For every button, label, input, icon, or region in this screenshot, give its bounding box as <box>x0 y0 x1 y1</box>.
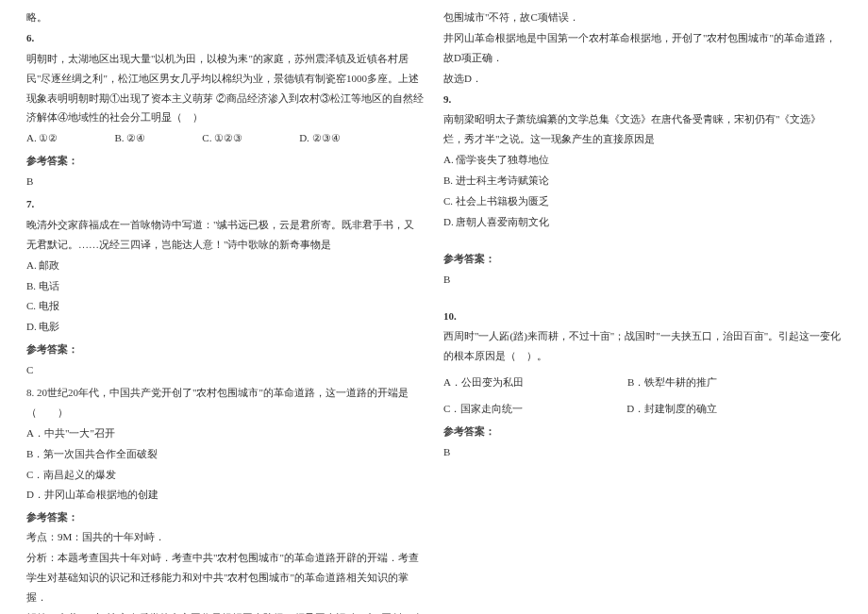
note-text: 略。 <box>26 8 425 27</box>
q10-answer: B <box>443 442 842 462</box>
q10-opt-a: A．公田变为私田 <box>443 373 524 392</box>
q8-answer-label: 参考答案： <box>26 507 425 527</box>
q8-cont-2: 井冈山革命根据地是中国第一个农村革命根据地，开创了"农村包围城市"的革命道路，故… <box>443 28 842 68</box>
q8-opt-a: A．中共"一大"召开 <box>26 423 425 443</box>
q8-exam-point: 考点：9M：国共的十年对峙． <box>26 527 425 547</box>
q7-answer: C <box>26 360 425 380</box>
q10-number: 10. <box>443 307 842 326</box>
q8-cont-1: 包围城市"不符，故C项错误． <box>443 8 842 27</box>
q7-opt-d: D. 电影 <box>26 317 425 337</box>
q9-opt-d: D. 唐朝人喜爱南朝文化 <box>443 212 842 232</box>
q6-opt-d: D. ②③④ <box>299 128 340 148</box>
q10-answer-label: 参考答案： <box>443 422 842 441</box>
q8-explain-1: 解答：中共"一大"决定今后党的中心工作是组织工人阶级，领导工人运动，与"开创了农… <box>26 608 425 614</box>
q9-answer: B <box>443 270 842 290</box>
q10-row2: C．国家走向统一 D．封建制度的确立 <box>443 399 842 419</box>
left-column: 略。 6. 明朝时，太湖地区出现大量"以机为田，以梭为耒"的家庭，苏州震泽镇及近… <box>17 8 434 606</box>
q6-opt-b: B. ②④ <box>114 128 145 148</box>
q7-text: 晚清外交家薛福成在一首咏物诗中写道："缄书远已极，云是君所寄。既非君手书，又无君… <box>26 215 425 255</box>
q10-opt-b: B．铁犁牛耕的推广 <box>627 373 717 392</box>
q9-answer-label: 参考答案： <box>443 249 842 269</box>
q9-number: 9. <box>443 90 842 109</box>
q8-cont-3: 故选D． <box>443 69 842 89</box>
q6-number: 6. <box>26 28 425 48</box>
q7-opt-a: A. 邮政 <box>26 256 425 275</box>
q8-analysis: 分析：本题考查国共十年对峙．考查中共"农村包围城市"的革命道路开辟的开端．考查学… <box>26 548 425 607</box>
q6-answer-label: 参考答案： <box>26 151 425 171</box>
q10-row1: A．公田变为私田 B．铁犁牛耕的推广 <box>443 373 842 392</box>
q9-text: 南朝梁昭明太子萧统编纂的文学总集《文选》在唐代备受青睐，宋初仍有"《文选》烂，秀… <box>443 109 842 149</box>
q7-answer-label: 参考答案： <box>26 340 425 359</box>
q6-answer: B <box>26 172 425 191</box>
q10-text: 西周时"一人跖(踏)来而耕，不过十亩"；战国时"一夫挟五口，治田百亩"。引起这一… <box>443 326 842 366</box>
q8-opt-c: C．南昌起义的爆发 <box>26 465 425 485</box>
q8-text: 8. 20世纪20年代，中国共产党开创了"农村包围城市"的革命道路，这一道路的开… <box>26 383 425 423</box>
q7-opt-b: B. 电话 <box>26 276 425 296</box>
q7-opt-c: C. 电报 <box>26 296 425 316</box>
q6-opt-c: C. ①②③ <box>202 128 242 148</box>
q7-number: 7. <box>26 194 425 214</box>
q6-opt-a: A. ①② <box>26 128 58 148</box>
q8-opt-d: D．井冈山革命根据地的创建 <box>26 485 425 505</box>
q8-opt-b: B．第一次国共合作全面破裂 <box>26 444 425 464</box>
q6-text: 明朝时，太湖地区出现大量"以机为田，以梭为耒"的家庭，苏州震泽镇及近镇各村居民"… <box>26 49 425 128</box>
q10-opt-d: D．封建制度的确立 <box>626 399 717 419</box>
q9-opt-c: C. 社会上书籍极为匮乏 <box>443 191 842 211</box>
right-column: 包围城市"不符，故C项错误． 井冈山革命根据地是中国第一个农村革命根据地，开创了… <box>434 8 851 606</box>
q6-options: A. ①② B. ②④ C. ①②③ D. ②③④ <box>26 128 425 148</box>
q10-opt-c: C．国家走向统一 <box>443 399 523 419</box>
q9-opt-b: B. 进士科主考诗赋策论 <box>443 171 842 191</box>
q9-opt-a: A. 儒学丧失了独尊地位 <box>443 150 842 170</box>
